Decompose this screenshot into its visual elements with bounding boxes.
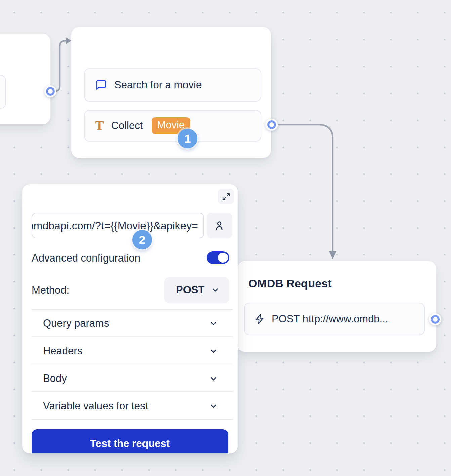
expand-icon [222,193,230,201]
text-input-icon: T [95,120,104,131]
omdb-request-node[interactable]: OMDB Request POST http://www.omdb... [237,261,436,352]
chevron-down-icon [209,374,218,383]
section-headers[interactable]: Headers [32,344,233,358]
partial-node-item[interactable] [0,75,6,109]
collect-input-block[interactable]: T Collect Movie [84,110,261,142]
variables-button[interactable] [207,213,232,238]
output-port-partial[interactable] [44,85,56,97]
section-label: Variable values for test [43,400,148,412]
toggle-knob [218,253,228,263]
method-label: Method: [32,284,69,297]
divider [32,419,233,420]
section-label: Body [43,372,67,385]
section-variable-values[interactable]: Variable values for test [32,399,233,413]
output-port-omdb[interactable] [429,313,441,325]
partial-node-card[interactable] [0,34,50,124]
advanced-config-label: Advanced configuration [32,251,140,265]
step-badge-2: 2 [132,230,152,249]
chevron-down-icon [209,319,218,328]
connector-arrowhead-down [329,251,336,259]
divider [32,336,233,337]
connector-arrowhead-right [66,37,71,44]
method-value: POST [176,284,204,296]
lightning-icon [255,314,265,324]
webhook-editor-panel: http://www.omdbapi.com/?t={{Movie}}&apik… [22,184,238,453]
node-title-omdb: OMDB Request [248,277,331,290]
expand-button[interactable] [218,189,234,204]
chevron-down-icon [209,347,218,356]
movie-search-node[interactable]: Movie search Search for a movie T Collec… [71,27,271,158]
divider [32,364,233,364]
section-query-params[interactable]: Query params [32,317,233,330]
webhook-label: POST http://www.omdb... [272,313,388,325]
message-block[interactable]: Search for a movie [84,68,261,102]
webhook-block[interactable]: POST http://www.omdb... [244,303,425,335]
section-label: Headers [43,345,82,357]
divider [32,391,233,392]
step-badge-1: 1 [178,129,197,148]
chat-bubble-icon [95,79,107,91]
method-select[interactable]: POST [164,277,229,303]
divider [32,309,233,310]
message-label: Search for a movie [114,79,202,91]
section-body[interactable]: Body [32,372,233,385]
collect-label: Collect [111,120,143,132]
user-icon [214,220,225,231]
flow-canvas[interactable]: Movie search Search for a movie T Collec… [0,0,451,476]
chevron-down-icon [211,286,220,294]
connector-movie-to-omdb [278,125,333,252]
test-request-button[interactable]: Test the request [32,429,228,453]
section-label: Query params [43,317,109,329]
chevron-down-icon [209,402,218,411]
advanced-config-toggle[interactable] [207,251,229,264]
url-input[interactable]: http://www.omdbapi.com/?t={{Movie}}&apik… [32,213,204,238]
url-value: http://www.omdbapi.com/?t={{Movie}}&apik… [32,220,198,232]
connector-partial-to-movie [51,41,66,91]
output-port-movie[interactable] [265,119,278,131]
